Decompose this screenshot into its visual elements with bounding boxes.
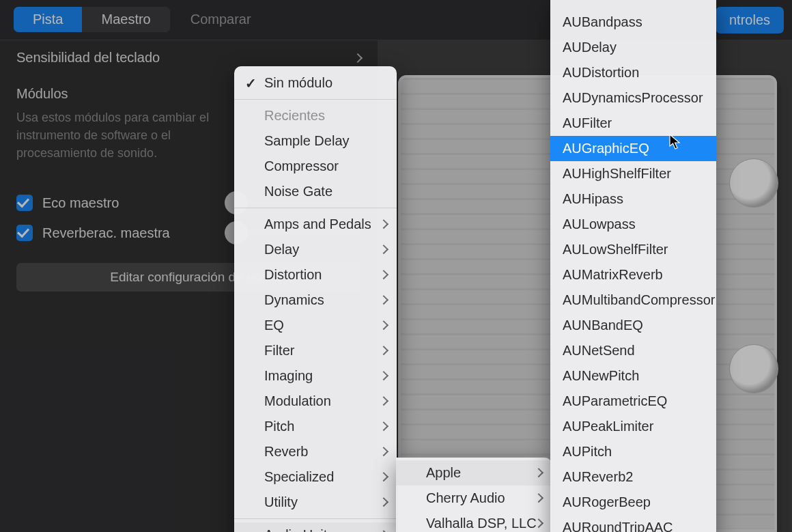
menu-item-au-plugin[interactable]: AUNewPitch [550, 363, 716, 389]
master-echo-checkbox[interactable] [16, 195, 33, 211]
menu-item-au-plugin[interactable]: AUHighShelfFilter [550, 161, 716, 186]
menu-item-au-plugin[interactable]: AULowShelfFilter [550, 237, 716, 262]
menu-item-recent[interactable]: Sample Delay [234, 128, 397, 154]
knob-icon[interactable] [729, 344, 778, 393]
master-reverb-label: Reverberac. maestra [42, 225, 215, 241]
menu-item-recent[interactable]: Compressor [234, 154, 397, 179]
menu-item-category[interactable]: EQ [234, 313, 397, 338]
menu-item-vendor[interactable]: Valhalla DSP, LLC [396, 511, 552, 532]
menu-item-au-plugin[interactable]: AUPeakLimiter [550, 414, 716, 439]
menu-item-category[interactable]: Amps and Pedals [234, 212, 397, 237]
menu-item-category[interactable]: Imaging [234, 363, 397, 389]
menu-item-au-plugin[interactable]: AUPitch [550, 439, 716, 464]
knob-icon[interactable] [729, 158, 778, 208]
master-reverb-checkbox[interactable] [16, 225, 33, 241]
menu-item-au-plugin[interactable]: AURoundTripAAC [550, 515, 716, 532]
tab-track[interactable]: Pista [14, 7, 82, 32]
controls-button[interactable]: ntroles [716, 7, 784, 33]
menu-item-au-plugin[interactable]: AUReverb2 [550, 464, 716, 490]
menu-item-au-plugin[interactable]: AUFilter [550, 111, 716, 136]
menu-item-au-plugin[interactable]: AUParametricEQ [550, 389, 716, 414]
view-segmented-control[interactable]: Pista Maestro [14, 7, 170, 32]
menu-item-au-plugin[interactable]: AUDistortion [550, 60, 716, 85]
menu-item-au-plugin[interactable]: AUGraphicEQ [550, 136, 716, 161]
menu-item-category[interactable]: Modulation [234, 389, 397, 414]
modules-help-text: Usa estos módulos para cambiar el instru… [0, 104, 232, 188]
menu-item-category[interactable]: Pitch [234, 414, 397, 439]
menu-separator [234, 208, 397, 208]
menu-item-audio-units[interactable]: Audio Units [234, 522, 397, 532]
chevron-right-icon [353, 53, 363, 62]
menu-item-au-plugin[interactable]: AUDynamicsProcessor [550, 85, 716, 111]
menu-item-category[interactable]: Specialized [234, 464, 397, 490]
master-echo-label: Eco maestro [42, 195, 215, 211]
menu-item-au-plugin[interactable]: AUHipass [550, 186, 716, 212]
audio-unit-submenu[interactable]: AUBandpassAUDelayAUDistortionAUDynamicsP… [550, 0, 716, 532]
menu-item-au-plugin[interactable]: AUBandpass [550, 10, 716, 35]
menu-separator [234, 99, 397, 100]
menu-item-category[interactable]: Utility [234, 490, 397, 515]
vendor-submenu[interactable]: Apple Cherry Audio Valhalla DSP, LLC [396, 458, 552, 532]
menu-item-vendor[interactable]: Cherry Audio [396, 486, 552, 511]
menu-item-category[interactable]: Filter [234, 338, 397, 363]
menu-item-au-plugin[interactable]: AUMatrixReverb [550, 262, 716, 288]
menu-item-vendor[interactable]: Apple [396, 460, 552, 486]
keyboard-sensitivity-label: Sensibilidad del teclado [16, 50, 160, 66]
menu-item-au-plugin[interactable]: AULowpass [550, 212, 716, 237]
menu-item-category[interactable]: Delay [234, 237, 397, 262]
menu-header-recents: Recientes [234, 103, 397, 128]
menu-separator [234, 518, 397, 519]
menu-item-au-plugin[interactable]: AUDelay [550, 35, 716, 60]
menu-item-no-module[interactable]: Sin módulo [234, 70, 397, 96]
menu-item-au-plugin[interactable]: AUNBandEQ [550, 313, 716, 338]
menu-item-au-plugin[interactable]: AUMultibandCompressor [550, 288, 716, 313]
menu-item-category[interactable]: Reverb [234, 439, 397, 464]
menu-item-category[interactable]: Dynamics [234, 288, 397, 313]
tab-master[interactable]: Maestro [82, 7, 169, 32]
menu-item-au-plugin[interactable]: AURogerBeep [550, 490, 716, 515]
plugin-menu[interactable]: Sin módulo Recientes Sample Delay Compre… [234, 66, 397, 532]
menu-item-category[interactable]: Distortion [234, 262, 397, 288]
menu-item-au-plugin[interactable]: AUNetSend [550, 338, 716, 363]
compare-button[interactable]: Comparar [182, 8, 259, 31]
menu-item-recent[interactable]: Noise Gate [234, 179, 397, 204]
